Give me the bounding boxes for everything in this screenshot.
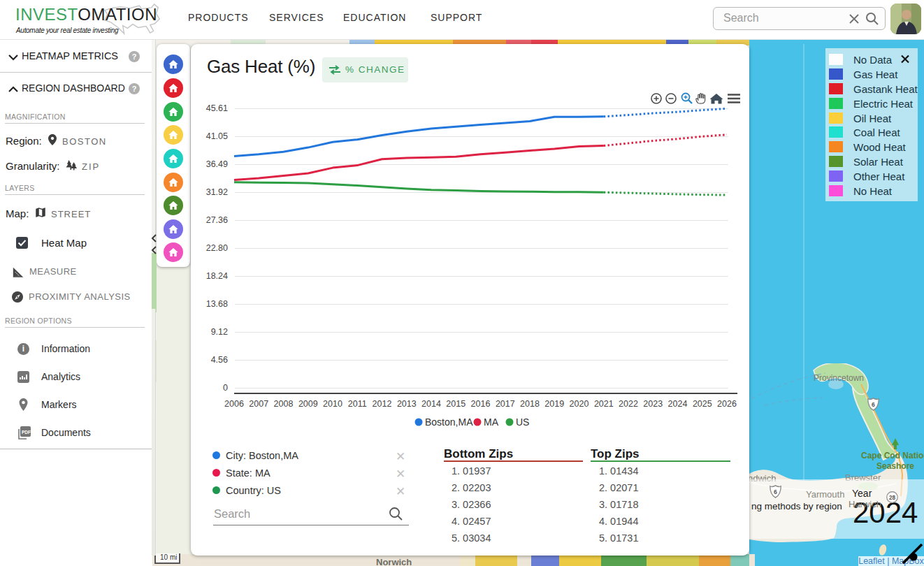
- svg-text:2016: 2016: [471, 399, 491, 409]
- svg-text:2017: 2017: [496, 399, 515, 409]
- svg-text:Boston,MA: Boston,MA: [425, 416, 473, 428]
- svg-text:27.36: 27.36: [206, 215, 228, 225]
- svg-text:36.49: 36.49: [206, 159, 228, 169]
- svg-text:0: 0: [223, 383, 228, 393]
- svg-text:2020: 2020: [570, 399, 589, 409]
- svg-text:2025: 2025: [693, 399, 712, 409]
- svg-text:2022: 2022: [619, 399, 638, 409]
- svg-text:18.24: 18.24: [206, 271, 228, 281]
- svg-text:2018: 2018: [520, 399, 540, 409]
- svg-text:9.12: 9.12: [211, 327, 228, 337]
- svg-text:2015: 2015: [446, 399, 465, 409]
- svg-text:US: US: [516, 416, 529, 428]
- svg-text:2006: 2006: [224, 399, 244, 409]
- svg-text:MA: MA: [484, 416, 499, 428]
- svg-text:22.80: 22.80: [206, 243, 228, 253]
- svg-text:2010: 2010: [323, 399, 342, 409]
- svg-text:2013: 2013: [397, 399, 417, 409]
- svg-text:2019: 2019: [544, 399, 564, 409]
- svg-text:2024: 2024: [668, 399, 688, 409]
- svg-text:45.61: 45.61: [206, 103, 228, 113]
- svg-text:2021: 2021: [594, 399, 614, 409]
- svg-text:4.56: 4.56: [211, 355, 228, 365]
- svg-text:2011: 2011: [348, 399, 367, 409]
- svg-text:6: 6: [872, 401, 875, 408]
- svg-text:2023: 2023: [643, 399, 663, 409]
- svg-text:13.68: 13.68: [206, 299, 228, 309]
- svg-text:PDF: PDF: [22, 430, 31, 435]
- svg-text:31.92: 31.92: [206, 187, 228, 197]
- svg-text:2007: 2007: [249, 399, 268, 409]
- svg-text:2008: 2008: [274, 399, 294, 409]
- svg-text:2012: 2012: [373, 399, 392, 409]
- svg-text:41.05: 41.05: [206, 131, 228, 141]
- svg-text:2026: 2026: [717, 399, 737, 409]
- svg-text:2014: 2014: [421, 399, 441, 409]
- svg-text:2009: 2009: [298, 399, 318, 409]
